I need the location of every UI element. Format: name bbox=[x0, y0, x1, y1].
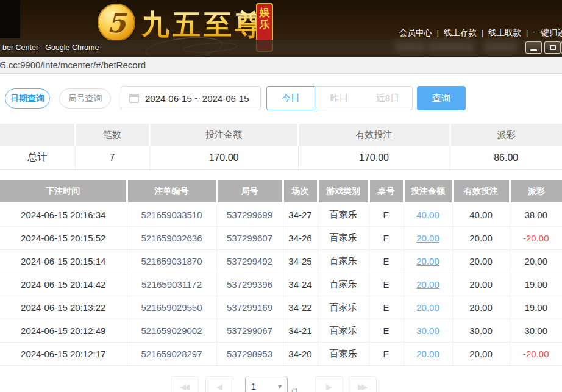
bet-amount-link[interactable]: 20.00 bbox=[416, 233, 439, 243]
nav-one-key-return[interactable]: 一键归还 bbox=[533, 28, 562, 37]
payout-cell: 20.00 bbox=[510, 249, 562, 273]
last-page-icon: ▶▶ bbox=[358, 382, 365, 391]
round-no-cell: 537299396 bbox=[216, 273, 283, 296]
bet-time-cell: 2024-06-15 20:15:52 bbox=[0, 226, 127, 249]
summary-table: 笔数 投注金额 有效投注 派彩 总计 7 170.00 170.00 86.00 bbox=[0, 124, 562, 170]
bet-time-cell: 2024-06-15 20:12:17 bbox=[0, 342, 127, 365]
game-type-cell: 百家乐 bbox=[318, 319, 369, 342]
summary-count-value: 7 bbox=[75, 146, 149, 169]
bet-time-cell: 2024-06-15 20:16:34 bbox=[0, 203, 127, 226]
yesterday-button[interactable]: 昨日 bbox=[315, 86, 364, 110]
minimize-icon bbox=[530, 49, 537, 51]
last-8-days-button[interactable]: 近8日 bbox=[363, 86, 413, 110]
round-no-cell: 537299067 bbox=[216, 319, 283, 342]
last-page-button[interactable]: ▶▶ bbox=[349, 376, 377, 392]
bet-time-cell: 2024-06-15 20:12:49 bbox=[0, 319, 127, 342]
address-bar[interactable]: 05.cc:9900/infe/mcenter/#/betRecord bbox=[0, 57, 562, 74]
top-nav: 会员中心|线上存款|线上取款|一键归还 bbox=[394, 27, 562, 38]
bet-amount-link[interactable]: 40.00 bbox=[416, 210, 439, 220]
round-no-cell: 537299607 bbox=[216, 226, 283, 249]
payout-cell: 19.00 bbox=[510, 273, 562, 296]
date-query-tab[interactable]: 日期查询 bbox=[5, 88, 50, 109]
header-session: 场次 bbox=[283, 180, 318, 203]
bet-id-cell: 521659032636 bbox=[127, 226, 216, 249]
today-button[interactable]: 今日 bbox=[266, 86, 315, 110]
minimize-button[interactable] bbox=[525, 41, 542, 54]
round-query-tab[interactable]: 局号查询 bbox=[59, 88, 111, 109]
prev-page-button[interactable]: ◀ bbox=[205, 376, 233, 392]
bet-amount-link[interactable]: 20.00 bbox=[416, 302, 439, 313]
nav-online-deposit[interactable]: 线上存款 bbox=[444, 28, 477, 37]
first-page-icon: ◀◀ bbox=[180, 382, 187, 391]
nav-member-center[interactable]: 会员中心 bbox=[399, 28, 432, 37]
bet-row: 2024-06-15 20:14:42 521659031172 5372993… bbox=[0, 273, 562, 296]
maximize-icon bbox=[550, 45, 556, 50]
game-type-cell: 百家乐 bbox=[318, 273, 369, 296]
bet-row: 2024-06-15 20:15:52 521659032636 5372996… bbox=[0, 226, 562, 249]
session-cell: 34-21 bbox=[283, 319, 318, 342]
bet-id-cell: 521659033510 bbox=[127, 203, 216, 226]
session-cell: 34-25 bbox=[283, 249, 318, 273]
table-no-cell: E bbox=[369, 249, 404, 273]
table-no-cell: E bbox=[369, 342, 404, 365]
header-round-no: 局号 bbox=[216, 180, 283, 203]
bet-id-cell: 521659031172 bbox=[127, 273, 216, 296]
valid-bet-cell: 20.00 bbox=[452, 249, 510, 273]
header-bet-time: 下注时间 bbox=[0, 180, 127, 203]
calendar-icon bbox=[129, 94, 139, 103]
bet-amount-link[interactable]: 20.00 bbox=[416, 349, 439, 359]
window-titlebar: ber Center - Google Chrome bbox=[0, 40, 562, 57]
bet-amount-cell: 40.00 bbox=[404, 203, 452, 226]
valid-bet-cell: 20.00 bbox=[452, 273, 510, 296]
table-no-cell: E bbox=[369, 203, 404, 226]
payout-cell: -20.00 bbox=[510, 342, 562, 365]
round-no-cell: 537298953 bbox=[216, 342, 283, 365]
round-no-cell: 537299492 bbox=[216, 249, 283, 273]
summary-header-payout: 派彩 bbox=[450, 124, 562, 146]
payout-cell: 38.00 bbox=[510, 203, 562, 226]
nav-separator: | bbox=[482, 29, 483, 37]
valid-bet-cell: 30.00 bbox=[452, 319, 510, 342]
search-button[interactable]: 查询 bbox=[417, 86, 466, 110]
game-type-cell: 百家乐 bbox=[318, 226, 369, 249]
next-page-button[interactable]: ▶ bbox=[315, 376, 343, 392]
bet-id-cell: 521659031870 bbox=[127, 249, 216, 273]
table-no-cell: E bbox=[369, 296, 404, 319]
valid-bet-cell: 20.00 bbox=[452, 226, 510, 249]
bet-time-cell: 2024-06-15 20:13:22 bbox=[0, 296, 127, 319]
summary-total-label: 总计 bbox=[0, 146, 75, 169]
game-type-cell: 百家乐 bbox=[318, 342, 369, 365]
bet-table-header-row: 下注时间 注单编号 局号 场次 游戏类别 桌号 投注金额 有效投注 派彩 bbox=[0, 180, 562, 203]
round-no-cell: 537299169 bbox=[216, 296, 283, 319]
bet-amount-cell: 20.00 bbox=[404, 226, 452, 249]
session-cell: 34-24 bbox=[283, 273, 318, 296]
date-range-input[interactable]: 2024-06-15 ~ 2024-06-15 bbox=[121, 86, 261, 110]
first-page-button[interactable]: ◀◀ bbox=[171, 376, 199, 392]
summary-header-valid-bet: 有效投注 bbox=[298, 124, 450, 146]
bet-amount-cell: 20.00 bbox=[404, 249, 452, 273]
nav-online-withdraw[interactable]: 线上取款 bbox=[488, 28, 521, 37]
bet-row: 2024-06-15 20:13:22 521659029550 5372991… bbox=[0, 296, 562, 319]
nav-separator: | bbox=[526, 29, 528, 37]
date-range-value: 2024-06-15 ~ 2024-06-15 bbox=[145, 93, 249, 104]
bet-amount-link[interactable]: 30.00 bbox=[416, 326, 439, 336]
summary-header-count: 笔数 bbox=[75, 124, 149, 146]
bet-amount-cell: 20.00 bbox=[404, 273, 452, 296]
bet-time-cell: 2024-06-15 20:14:42 bbox=[0, 273, 127, 296]
bet-amount-link[interactable]: 20.00 bbox=[416, 256, 439, 266]
summary-header-row: 笔数 投注金额 有效投注 派彩 bbox=[0, 124, 562, 146]
bet-records-table: 下注时间 注单编号 局号 场次 游戏类别 桌号 投注金额 有效投注 派彩 202… bbox=[0, 180, 562, 366]
table-no-cell: E bbox=[369, 319, 404, 342]
game-type-cell: 百家乐 bbox=[318, 203, 369, 226]
bet-amount-cell: 30.00 bbox=[404, 319, 452, 342]
summary-bet-amount-value: 170.00 bbox=[149, 146, 298, 169]
page-info: (1 bbox=[291, 387, 299, 392]
table-no-cell: E bbox=[369, 226, 404, 249]
nav-separator: | bbox=[437, 29, 439, 37]
game-type-cell: 百家乐 bbox=[318, 249, 369, 273]
session-cell: 34-26 bbox=[283, 226, 318, 249]
maximize-button[interactable] bbox=[544, 41, 561, 54]
page-select[interactable]: 1 ▾ bbox=[245, 376, 288, 392]
header-bet-amount: 投注金额 bbox=[404, 180, 452, 203]
bet-amount-link[interactable]: 20.00 bbox=[416, 279, 439, 290]
